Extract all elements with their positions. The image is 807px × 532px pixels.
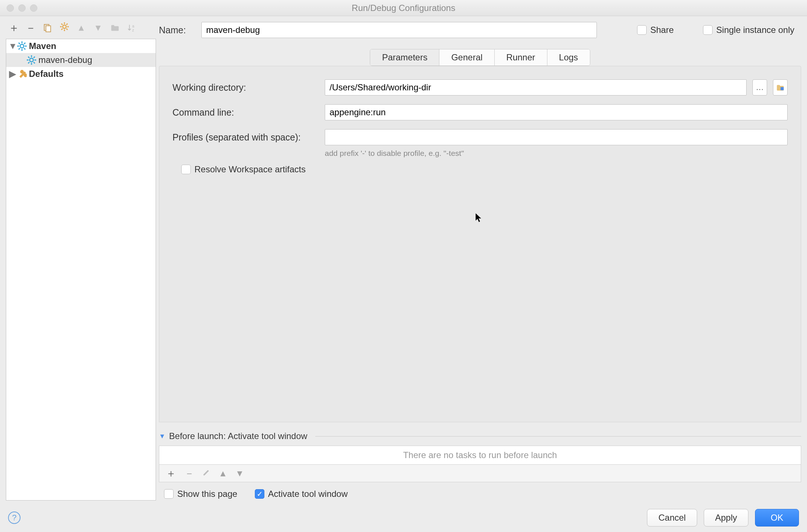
mouse-cursor-icon bbox=[475, 213, 482, 223]
insert-path-button[interactable] bbox=[773, 79, 788, 95]
sidebar-toolbar: ＋ － ▲ ▼ az bbox=[6, 19, 156, 37]
svg-text:a: a bbox=[132, 24, 134, 28]
tabs: Parameters General Runner Logs bbox=[370, 49, 590, 66]
before-launch-title: Before launch: Activate tool window bbox=[169, 431, 308, 441]
command-line-label: Command line: bbox=[172, 107, 319, 118]
move-task-up-button[interactable]: ▲ bbox=[219, 468, 227, 479]
help-button[interactable]: ? bbox=[8, 512, 21, 524]
save-template-button[interactable] bbox=[59, 23, 70, 33]
edit-task-button[interactable] bbox=[202, 468, 211, 479]
working-dir-input[interactable] bbox=[325, 79, 747, 95]
share-checkbox-wrap[interactable]: Share bbox=[637, 25, 674, 35]
tab-general[interactable]: General bbox=[439, 49, 494, 65]
name-input[interactable] bbox=[201, 22, 597, 38]
resolve-artifacts-checkbox[interactable] bbox=[181, 165, 191, 174]
share-checkbox[interactable] bbox=[637, 25, 647, 35]
name-label: Name: bbox=[159, 25, 194, 35]
activate-tool-window-checkbox-wrap[interactable]: ✓ Activate tool window bbox=[255, 489, 347, 499]
remove-task-button[interactable]: － bbox=[184, 467, 194, 480]
remove-config-button[interactable]: － bbox=[26, 23, 36, 33]
svg-text:z: z bbox=[132, 28, 134, 32]
move-up-button[interactable]: ▲ bbox=[76, 23, 86, 33]
move-task-down-button[interactable]: ▼ bbox=[235, 468, 244, 479]
profiles-input[interactable] bbox=[325, 129, 788, 145]
caret-down-icon[interactable]: ▼ bbox=[159, 432, 166, 440]
command-line-input[interactable] bbox=[325, 104, 788, 120]
config-editor: Name: Share Single instance only Paramet… bbox=[156, 16, 807, 503]
before-launch-tasks-list[interactable]: There are no tasks to run before launch bbox=[159, 446, 801, 465]
dialog-footer: ? Cancel Apply OK bbox=[0, 503, 807, 532]
svg-rect-17 bbox=[781, 87, 784, 90]
sort-button[interactable]: az bbox=[127, 23, 137, 33]
tab-parameters[interactable]: Parameters bbox=[370, 49, 439, 65]
activate-tool-window-checkbox[interactable]: ✓ bbox=[255, 489, 264, 499]
single-instance-checkbox[interactable] bbox=[703, 25, 713, 35]
svg-rect-14 bbox=[111, 25, 114, 27]
before-launch-toolbar: ＋ － ▲ ▼ bbox=[159, 465, 801, 482]
window-title: Run/Debug Configurations bbox=[352, 3, 455, 13]
tree-node-maven[interactable]: ▼ Maven bbox=[6, 39, 156, 53]
working-dir-label: Working directory: bbox=[172, 82, 319, 93]
configurations-sidebar: ＋ － ▲ ▼ az ▼ Maven bbox=[0, 16, 156, 503]
tree-node-defaults[interactable]: ▶ Defaults bbox=[6, 67, 156, 81]
tree-label: Defaults bbox=[29, 69, 64, 79]
svg-rect-12 bbox=[46, 26, 51, 32]
wrench-icon bbox=[17, 69, 27, 79]
titlebar: Run/Debug Configurations bbox=[0, 0, 807, 16]
config-tree: ▼ Maven maven-debug ▶ Defaults bbox=[6, 39, 156, 501]
before-launch-section: ▼ Before launch: Activate tool window Th… bbox=[159, 431, 801, 503]
parameters-panel: Working directory: … Command line: Profi… bbox=[159, 66, 801, 422]
window-controls bbox=[7, 4, 37, 12]
add-config-button[interactable]: ＋ bbox=[9, 23, 19, 33]
folder-button[interactable] bbox=[110, 23, 120, 33]
move-down-button[interactable]: ▼ bbox=[93, 23, 103, 33]
tree-node-maven-debug[interactable]: maven-debug bbox=[6, 53, 156, 67]
resolve-artifacts-label: Resolve Workspace artifacts bbox=[194, 164, 306, 175]
single-instance-label: Single instance only bbox=[716, 25, 794, 35]
activate-tool-window-label: Activate tool window bbox=[268, 489, 347, 499]
ok-button[interactable]: OK bbox=[755, 509, 799, 527]
resolve-artifacts-checkbox-wrap[interactable]: Resolve Workspace artifacts bbox=[181, 164, 788, 175]
add-task-button[interactable]: ＋ bbox=[166, 467, 176, 480]
show-this-page-checkbox-wrap[interactable]: Show this page bbox=[164, 489, 237, 499]
apply-button[interactable]: Apply bbox=[704, 509, 748, 527]
tab-runner[interactable]: Runner bbox=[495, 49, 547, 65]
browse-working-dir-button[interactable]: … bbox=[752, 79, 767, 95]
tree-label: maven-debug bbox=[38, 55, 92, 65]
empty-tasks-text: There are no tasks to run before launch bbox=[403, 450, 557, 460]
maven-icon bbox=[17, 41, 27, 51]
profiles-label: Profiles (separated with space): bbox=[172, 132, 319, 143]
caret-down-icon[interactable]: ▼ bbox=[8, 41, 16, 51]
close-window-icon[interactable] bbox=[7, 4, 14, 12]
caret-right-icon[interactable]: ▶ bbox=[8, 69, 16, 79]
show-this-page-label: Show this page bbox=[177, 489, 237, 499]
show-this-page-checkbox[interactable] bbox=[164, 489, 174, 499]
share-label: Share bbox=[650, 25, 674, 35]
tree-label: Maven bbox=[29, 41, 56, 51]
minimize-window-icon[interactable] bbox=[18, 4, 26, 12]
cancel-button[interactable]: Cancel bbox=[647, 509, 697, 527]
profiles-hint: add prefix '-' to disable profile, e.g. … bbox=[325, 149, 788, 158]
divider bbox=[315, 436, 801, 437]
copy-config-button[interactable] bbox=[42, 23, 53, 33]
single-instance-checkbox-wrap[interactable]: Single instance only bbox=[703, 25, 794, 35]
maven-icon bbox=[27, 55, 36, 65]
zoom-window-icon[interactable] bbox=[30, 4, 37, 12]
tab-logs[interactable]: Logs bbox=[547, 49, 590, 65]
